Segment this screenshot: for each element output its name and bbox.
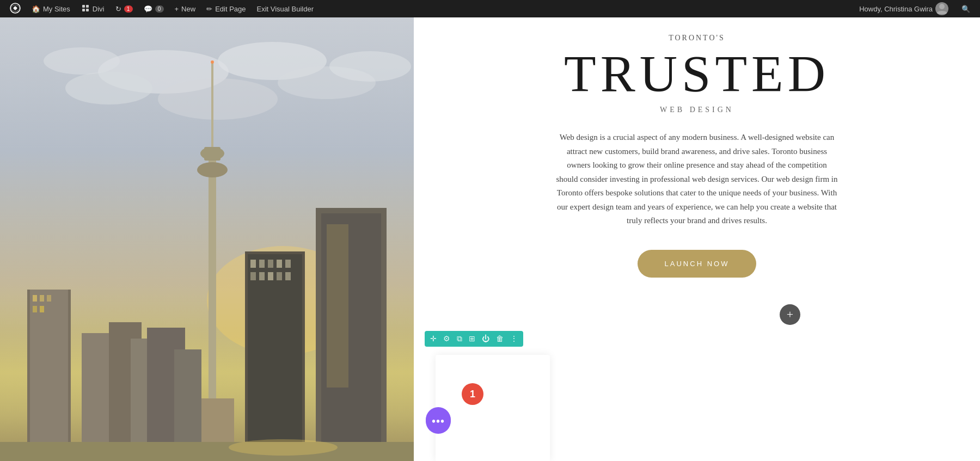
svg-rect-38 bbox=[250, 272, 256, 280]
edit-page-item[interactable]: ✏ Edit Page bbox=[201, 0, 251, 17]
svg-rect-41 bbox=[277, 272, 282, 280]
edit-page-label: Edit Page bbox=[215, 5, 246, 13]
comments-icon: 💬 bbox=[144, 5, 152, 13]
svg-rect-5 bbox=[86, 9, 89, 11]
comments-badge: 0 bbox=[155, 5, 164, 13]
wordpress-logo-item[interactable] bbox=[4, 0, 26, 17]
exit-vb-item[interactable]: Exit Visual Builder bbox=[252, 0, 320, 17]
floating-dots-icon: ••• bbox=[432, 415, 445, 428]
svg-rect-29 bbox=[33, 306, 37, 312]
svg-rect-3 bbox=[86, 5, 89, 8]
svg-rect-17 bbox=[209, 153, 216, 398]
house-icon: 🏠 bbox=[32, 5, 40, 13]
exit-vb-label: Exit Visual Builder bbox=[257, 5, 314, 13]
search-icon: 🔍 bbox=[961, 5, 970, 13]
my-sites-label: My Sites bbox=[43, 5, 70, 13]
search-item[interactable]: 🔍 bbox=[956, 5, 976, 13]
svg-rect-26 bbox=[33, 295, 37, 302]
toronto-subtitle: TORONTO'S bbox=[669, 34, 725, 42]
settings-icon[interactable]: ⚙ bbox=[443, 334, 450, 343]
image-panel: ••• bbox=[0, 17, 414, 461]
content-panel: TORONTO'S TRUSTED WEB DESIGN Web design … bbox=[414, 17, 980, 461]
svg-rect-42 bbox=[285, 272, 291, 280]
svg-rect-4 bbox=[82, 9, 85, 11]
pencil-icon: ✏ bbox=[206, 5, 212, 13]
plus-icon: + bbox=[175, 5, 179, 13]
svg-point-52 bbox=[229, 439, 338, 456]
main-content: ••• TORONTO'S TRUSTED WEB DESIGN Web des… bbox=[0, 17, 980, 461]
svg-rect-45 bbox=[327, 224, 348, 388]
refresh-icon: ↻ bbox=[115, 5, 121, 13]
web-design-label: WEB DESIGN bbox=[660, 106, 734, 114]
divi-icon bbox=[81, 4, 90, 14]
plus-add-button[interactable]: + bbox=[780, 304, 800, 325]
city-background bbox=[0, 17, 414, 461]
svg-point-6 bbox=[939, 4, 945, 9]
my-sites-item[interactable]: 🏠 My Sites bbox=[26, 0, 76, 17]
svg-rect-22 bbox=[201, 164, 223, 175]
svg-point-10 bbox=[65, 72, 152, 105]
section-badge: 1 bbox=[462, 383, 483, 405]
svg-point-15 bbox=[158, 78, 278, 120]
admin-bar: 🏠 My Sites Divi ↻ 1 💬 0 + New ✏ Edit Pag… bbox=[0, 0, 980, 17]
svg-rect-33 bbox=[250, 260, 256, 268]
wordpress-icon bbox=[10, 3, 21, 15]
new-label: New bbox=[181, 5, 195, 13]
more-icon[interactable]: ⋮ bbox=[510, 334, 518, 343]
columns-icon[interactable]: ⊞ bbox=[469, 334, 475, 343]
svg-rect-25 bbox=[30, 290, 68, 461]
launch-now-button[interactable]: LAUNCH NOW bbox=[638, 250, 757, 278]
svg-rect-2 bbox=[82, 5, 85, 8]
svg-rect-39 bbox=[259, 272, 265, 280]
city-skyline-svg bbox=[0, 17, 414, 461]
comments-item[interactable]: 💬 0 bbox=[138, 0, 169, 17]
svg-rect-18 bbox=[211, 61, 213, 153]
avatar bbox=[935, 2, 948, 15]
svg-rect-27 bbox=[40, 295, 44, 302]
plus-icon: + bbox=[787, 308, 793, 322]
svg-point-13 bbox=[44, 47, 120, 75]
delete-icon[interactable]: 🗑 bbox=[496, 335, 504, 343]
svg-rect-51 bbox=[0, 442, 414, 461]
svg-rect-40 bbox=[268, 272, 273, 280]
svg-rect-34 bbox=[259, 260, 265, 268]
main-heading: TRUSTED bbox=[564, 48, 830, 100]
howdy-label: Howdy, Christina Gwira bbox=[859, 5, 933, 13]
svg-rect-28 bbox=[47, 295, 51, 302]
duplicate-icon[interactable]: ⧉ bbox=[457, 335, 462, 343]
howdy-item[interactable]: Howdy, Christina Gwira bbox=[854, 2, 954, 15]
updates-item[interactable]: ↻ 1 bbox=[110, 0, 138, 17]
move-icon[interactable]: ✛ bbox=[430, 334, 437, 343]
description-text: Web design is a crucial aspect of any mo… bbox=[555, 131, 838, 228]
svg-rect-36 bbox=[277, 260, 282, 268]
svg-rect-20 bbox=[204, 147, 220, 161]
divi-item[interactable]: Divi bbox=[76, 0, 110, 17]
floating-menu-button[interactable]: ••• bbox=[426, 409, 451, 434]
svg-rect-35 bbox=[268, 260, 273, 268]
updates-badge: 1 bbox=[124, 5, 133, 13]
svg-point-23 bbox=[211, 60, 214, 64]
new-item[interactable]: + New bbox=[169, 0, 201, 17]
toggle-icon[interactable]: ⏻ bbox=[482, 335, 489, 343]
svg-rect-32 bbox=[248, 254, 302, 461]
svg-point-14 bbox=[329, 51, 411, 82]
svg-rect-37 bbox=[285, 260, 291, 268]
svg-rect-30 bbox=[40, 306, 44, 312]
admin-bar-right: Howdy, Christina Gwira 🔍 bbox=[854, 2, 976, 15]
divi-label: Divi bbox=[93, 5, 105, 13]
green-divi-toolbar: ✛ ⚙ ⧉ ⊞ ⏻ 🗑 ⋮ bbox=[425, 331, 523, 347]
white-panel-partial bbox=[436, 355, 550, 461]
